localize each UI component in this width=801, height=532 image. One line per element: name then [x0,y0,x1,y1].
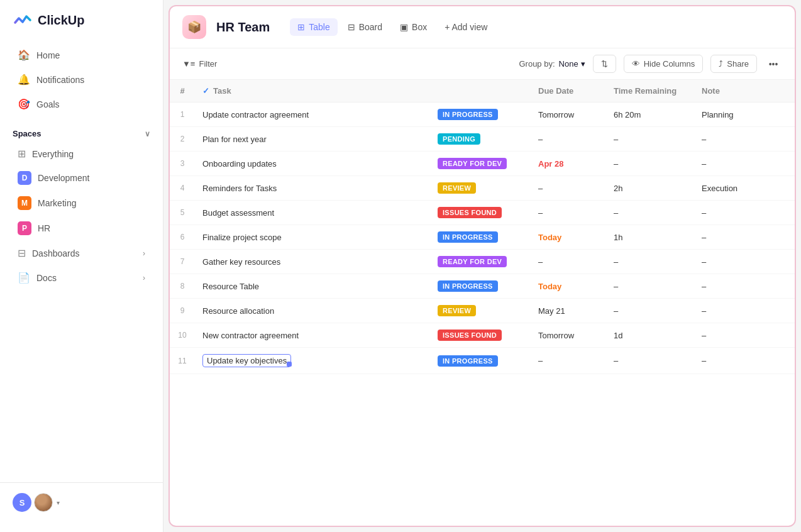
cell-status[interactable]: ISSUES FOUND [430,201,531,225]
user-menu-chevron-icon[interactable]: ▾ [57,499,60,506]
development-badge: D [18,171,31,185]
sidebar-item-hr[interactable]: P HR [5,216,158,240]
hide-columns-label: Hide Columns [644,59,695,69]
space-logo-icon: 📦 [182,15,206,39]
cell-note: – [694,127,795,152]
cell-time-remaining: 6h 20m [606,103,694,127]
sidebar-item-docs[interactable]: 📄 Docs › [5,266,158,289]
cell-status[interactable]: IN PROGRESS [430,225,531,250]
status-badge: ISSUES FOUND [438,207,502,218]
table-row[interactable]: 9Resource allocationREVIEWMay 21–– [170,299,795,323]
sidebar-item-marketing[interactable]: M Marketing [5,191,158,215]
sidebar-item-home[interactable]: 🏠 Home [5,43,158,67]
sidebar-item-goals[interactable]: 🎯 Goals [5,92,158,116]
cell-task-name[interactable]: Resource allocation [195,299,430,323]
cell-status[interactable]: REVIEW [430,299,531,323]
cell-due-date: – [531,176,606,201]
group-by-value[interactable]: None ▾ [559,59,585,69]
cell-status[interactable]: READY FOR DEV [430,152,531,176]
cell-due-date: Apr 28 [531,152,606,176]
home-icon: 🏠 [18,49,30,61]
hide-columns-button[interactable]: 👁 Hide Columns [624,55,704,73]
status-badge: IN PROGRESS [438,231,498,243]
spaces-label: Spaces [13,129,41,138]
table-row[interactable]: 10New contractor agreementISSUES FOUNDTo… [170,323,795,348]
cell-row-num: 3 [170,152,195,176]
cell-task-name[interactable]: Plan for next year [195,127,430,152]
cell-task-name[interactable]: Gather key resources [195,250,430,274]
table-row[interactable]: 1Update contractor agreementIN PROGRESST… [170,103,795,127]
cell-status[interactable]: PENDING [430,127,531,152]
cell-time-remaining: 2h [606,176,694,201]
table-row[interactable]: 6Finalize project scopeIN PROGRESSToday1… [170,225,795,250]
cell-due-date: – [531,201,606,225]
sidebar-item-everything[interactable]: ⊞ Everything [5,143,158,165]
user-avatar-stack[interactable]: S ▾ [13,493,60,512]
docs-chevron-icon: › [143,274,145,282]
sidebar-goals-label: Goals [36,99,60,109]
cell-row-num: 6 [170,225,195,250]
cell-row-num: 5 [170,201,195,225]
more-options-button[interactable]: ••• [765,55,782,73]
table-row[interactable]: 2Plan for next yearPENDING––– [170,127,795,152]
cell-task-name[interactable]: Onboarding updates [195,152,430,176]
cell-status[interactable]: IN PROGRESS [430,274,531,299]
cell-task-name[interactable]: Reminders for Tasks [195,176,430,201]
cell-time-remaining: 1d [606,323,694,348]
cell-task-name[interactable]: Finalize project scope [195,225,430,250]
cell-task-name[interactable]: Update key objectives [195,348,430,374]
sidebar-dashboards-label: Dashboards [32,248,80,258]
cell-note: – [694,323,795,348]
cell-status[interactable]: REVIEW [430,176,531,201]
cell-task-name[interactable]: Budget assessment [195,201,430,225]
cell-status[interactable]: IN PROGRESS [430,103,531,127]
clickup-logo-icon [13,10,33,30]
table-row[interactable]: 8Resource TableIN PROGRESSToday–– [170,274,795,299]
sidebar-item-dashboards[interactable]: ⊟ Dashboards › [5,241,158,265]
status-badge: PENDING [438,133,480,145]
cell-due-date: Tomorrow [531,103,606,127]
status-badge: READY FOR DEV [438,256,507,267]
docs-icon: 📄 [18,272,30,284]
table-body: 1Update contractor agreementIN PROGRESST… [170,103,795,374]
cell-due-date: – [531,127,606,152]
tab-table[interactable]: ⊞ Table [290,18,337,36]
sidebar-item-development[interactable]: D Development [5,166,158,190]
col-header-task: ✓ Task [195,80,430,103]
cell-status[interactable]: IN PROGRESS [430,348,531,374]
share-button[interactable]: ⤴ Share [710,55,757,73]
cell-task-name[interactable]: Update contractor agreement [195,103,430,127]
cell-status[interactable]: READY FOR DEV [430,250,531,274]
add-view-button[interactable]: + Add view [437,18,495,36]
hr-badge: P [18,221,31,235]
box-tab-icon: ▣ [400,22,408,32]
sidebar-hr-label: HR [38,223,50,233]
tab-box[interactable]: ▣ Box [392,18,434,36]
sidebar-docs-label: Docs [36,273,57,283]
everything-icon: ⊞ [18,148,26,160]
cell-row-num: 8 [170,274,195,299]
cell-task-name[interactable]: Resource Table [195,274,430,299]
table-row[interactable]: 5Budget assessmentISSUES FOUND––– [170,201,795,225]
cell-note: – [694,201,795,225]
cell-time-remaining: – [606,250,694,274]
tab-board[interactable]: ⊟ Board [340,18,390,36]
spaces-chevron-icon[interactable]: ∨ [145,130,150,138]
cell-due-date: Tomorrow [531,323,606,348]
table-row[interactable]: 4Reminders for TasksREVIEW–2hExecution [170,176,795,201]
table-row[interactable]: 7Gather key resourcesREADY FOR DEV––– [170,250,795,274]
sidebar-home-label: Home [36,50,60,60]
cell-status[interactable]: ISSUES FOUND [430,323,531,348]
filter-button[interactable]: ▼≡ Filter [182,59,217,69]
table-row[interactable]: 11Update key objectivesIN PROGRESS––– [170,348,795,374]
sort-button[interactable]: ⇅ [593,55,616,73]
sidebar-notifications-label: Notifications [36,75,84,85]
logo-area: ClickUp [0,10,163,43]
cell-note: – [694,225,795,250]
group-by-chevron-icon: ▾ [581,59,585,69]
table-row[interactable]: 3Onboarding updatesREADY FOR DEVApr 28–– [170,152,795,176]
cell-time-remaining: – [606,274,694,299]
cell-task-name[interactable]: New contractor agreement [195,323,430,348]
board-tab-icon: ⊟ [348,22,355,32]
sidebar-item-notifications[interactable]: 🔔 Notifications [5,68,158,91]
